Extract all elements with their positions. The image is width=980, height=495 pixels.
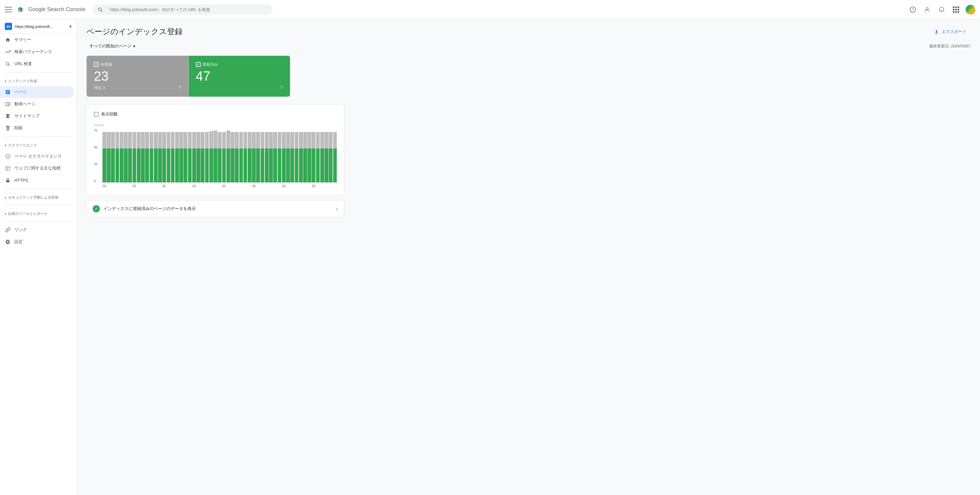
search-input[interactable] — [106, 7, 268, 12]
bar-group — [162, 128, 166, 182]
url-inspect-label: URL 検査 — [14, 61, 32, 67]
x-tick — [307, 185, 311, 188]
google-apps-button[interactable] — [951, 5, 961, 14]
sitemap-label: サイトマップ — [14, 113, 40, 119]
x-tick — [325, 185, 328, 188]
user-avatar[interactable] — [966, 5, 975, 14]
x-tick — [269, 185, 273, 188]
bar-gray — [209, 131, 213, 148]
bar-gray — [145, 132, 149, 148]
bar-gray — [183, 132, 188, 148]
bar-gray — [179, 132, 183, 148]
filter-dropdown[interactable]: すべての既知のページ ▾ — [86, 42, 138, 51]
help-unregistered-icon[interactable]: ? — [178, 85, 181, 91]
stat-card-unregistered[interactable]: 未登録 23 理由 3 ? — [86, 56, 188, 97]
x-tick — [243, 185, 247, 188]
section-header-legacy[interactable]: ▸ 以前のツールとレポート — [5, 210, 72, 218]
bar-green — [115, 148, 119, 182]
bar-green — [316, 148, 320, 182]
check-circle-icon: ✓ — [93, 205, 100, 212]
caret-icon: ▾ — [5, 80, 6, 83]
x-tick — [141, 185, 145, 188]
menu-icon[interactable] — [5, 6, 12, 13]
bar-green — [231, 148, 234, 182]
bar-gray — [307, 132, 311, 148]
property-selector[interactable]: do https://blog.yotiosoft... ▾ — [0, 19, 76, 34]
x-tick — [320, 185, 324, 188]
sidebar-item-pages[interactable]: ページ — [0, 86, 74, 98]
account-circle-icon[interactable] — [923, 5, 932, 14]
bar-group — [243, 128, 247, 182]
bar-gray — [200, 132, 205, 148]
property-favicon: do — [5, 23, 12, 30]
sidebar-item-search-performance[interactable]: 検索パフォーマンス — [0, 46, 74, 58]
help-registered-icon[interactable]: ? — [280, 85, 283, 91]
bar-green — [179, 148, 183, 182]
stat-card-registered[interactable]: 登録済み 47 ? — [188, 56, 291, 97]
delete-icon — [5, 125, 11, 131]
bar-group — [141, 128, 145, 182]
section-index-label: インデックス作成 — [8, 79, 37, 84]
section-experience: ▾ エクスペリエンス — [0, 139, 76, 150]
x-tick — [158, 185, 162, 188]
sidebar-item-web-vitals[interactable]: ウェブに関する主な指標 — [0, 162, 74, 174]
bar-group — [175, 128, 179, 182]
topbar-right: ? — [908, 5, 975, 14]
sidebar-item-video-pages[interactable]: 動画ページ — [0, 98, 74, 110]
sidebar-item-links[interactable]: リンク — [0, 224, 74, 236]
chart-bars — [102, 129, 337, 183]
caret-icon-3: ▸ — [5, 196, 6, 199]
summary-label: サマリー — [14, 37, 31, 43]
page-experience-label: ページ エクスペリエンス — [14, 154, 62, 159]
bar-gray — [299, 132, 303, 148]
chevron-down-icon: ▾ — [69, 24, 72, 29]
x-tick — [295, 185, 299, 188]
sidebar-item-page-experience[interactable]: ページ エクスペリエンス — [0, 150, 74, 162]
sidebar-item-url-inspect[interactable]: URL 検査 — [0, 58, 74, 70]
sidebar-item-settings[interactable]: 設定 — [0, 236, 74, 248]
bar-green — [252, 148, 256, 182]
bar-green — [107, 148, 111, 182]
x-tick — [248, 185, 251, 188]
page-title: ページのインデックス登録 — [86, 26, 183, 37]
x-tick — [107, 185, 111, 188]
svg-rect-11 — [6, 166, 10, 170]
sidebar-item-delete[interactable]: 削除 — [0, 122, 74, 134]
sidebar-item-https[interactable]: HTTPS — [0, 174, 74, 186]
section-header-security[interactable]: ▸ セキュリティと手動による対策 — [5, 194, 72, 201]
bar-group — [320, 128, 324, 182]
registered-checkbox[interactable] — [196, 62, 200, 67]
search-bar[interactable] — [93, 5, 273, 15]
x-tick: 2023/12/22 — [132, 185, 137, 188]
bar-green — [256, 148, 260, 182]
section-legacy-label: 以前のツールとレポート — [8, 211, 48, 216]
export-button[interactable]: エクスポート — [930, 27, 970, 37]
x-tick — [235, 185, 239, 188]
x-tick — [200, 185, 205, 188]
x-tick — [273, 185, 277, 188]
x-tick: 2024/02/26 — [312, 185, 315, 188]
help-icon[interactable]: ? — [908, 5, 918, 14]
google-logo-icon — [16, 5, 25, 14]
section-header-index[interactable]: ▾ インデックス作成 — [5, 77, 72, 85]
legend-checkbox[interactable] — [94, 112, 99, 117]
notifications-icon[interactable] — [937, 5, 947, 14]
pages-icon — [5, 89, 11, 95]
sidebar-item-summary[interactable]: サマリー — [0, 34, 74, 46]
sidebar-item-sitemap[interactable]: サイトマップ — [0, 110, 74, 122]
section-header-experience[interactable]: ▾ エクスペリエンス — [5, 142, 72, 149]
bar-green — [188, 148, 192, 182]
bar-group — [209, 128, 213, 182]
bar-group — [256, 128, 260, 182]
bar-green — [303, 148, 307, 182]
bar-gray — [226, 131, 230, 148]
bar-green — [329, 148, 332, 182]
video-pages-label: 動画ページ — [14, 102, 35, 107]
y-tick-0: 0 — [94, 179, 102, 183]
x-tick — [150, 185, 154, 188]
bar-group — [239, 128, 243, 182]
index-link-card[interactable]: ✓ インデックスに登録済みのページのデータを表示 › — [86, 200, 344, 218]
bar-green — [145, 148, 149, 182]
unregistered-checkbox[interactable] — [94, 62, 99, 67]
bar-green — [150, 148, 154, 182]
